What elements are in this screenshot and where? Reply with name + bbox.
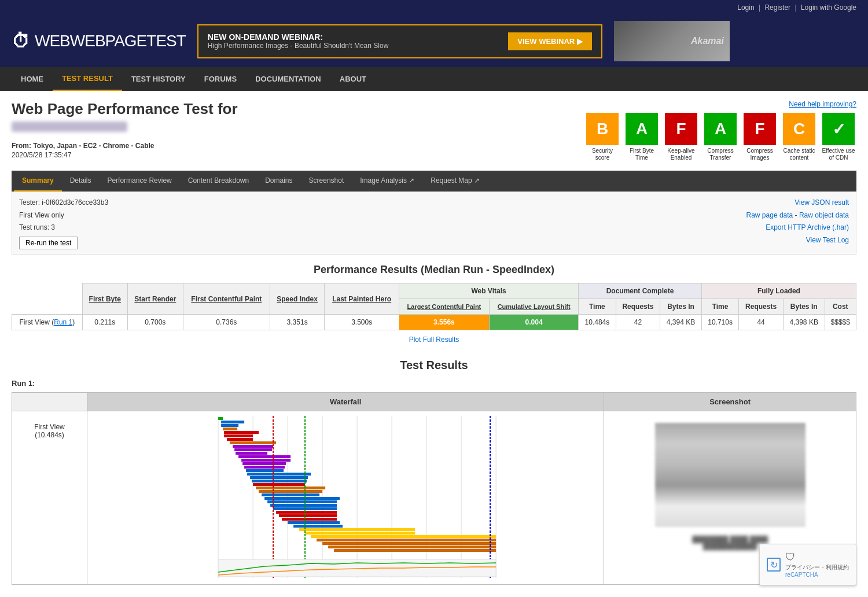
subnav-screenshot[interactable]: Screenshot [301, 171, 352, 191]
run-link[interactable]: Run 1 [54, 318, 72, 326]
col-cls-header: Cumulative Layout Shift [490, 299, 579, 315]
svg-rect-44 [317, 539, 496, 541]
score-label-first-byte: First Byte Time [624, 148, 660, 161]
sep1: | [759, 3, 760, 12]
subnav-content-breakdown[interactable]: Content Breakdown [180, 171, 257, 191]
row-label: First View (Run 1) [12, 315, 83, 330]
login-link[interactable]: Login [737, 3, 754, 12]
col-doc-time-header: Time [579, 299, 616, 315]
raw-object-link[interactable]: Raw object data [799, 211, 849, 219]
header-area: ⏱ WEBWEBPAGETEST NEW ON-DEMAND WEBINAR: … [0, 15, 868, 67]
col-lcp-header: Largest Contentful Paint [399, 299, 489, 315]
test-location: From: Tokyo, Japan - EC2 - Chrome - Cabl… [12, 142, 238, 150]
subnav-details[interactable]: Details [62, 171, 100, 191]
nav-forums[interactable]: FORUMS [195, 68, 246, 90]
svg-rect-46 [328, 546, 496, 548]
svg-rect-31 [262, 493, 319, 496]
performance-results-section: Performance Results (Median Run - SpeedI… [12, 255, 856, 353]
svg-rect-24 [246, 469, 284, 472]
logo-icon: ⏱ [12, 31, 30, 52]
cell-cls: 0.004 [490, 315, 579, 330]
subnav-request-map[interactable]: Request Map ↗ [422, 171, 488, 191]
col-doc-bytes-header: Bytes In [660, 299, 702, 315]
view-log-link[interactable]: View Test Log [806, 236, 849, 244]
svg-rect-11 [221, 424, 238, 427]
svg-rect-43 [311, 535, 496, 538]
svg-rect-47 [334, 549, 496, 552]
subnav-summary[interactable]: Summary [14, 171, 62, 191]
nav-test-result[interactable]: TEST RESULT [53, 67, 122, 91]
svg-rect-28 [253, 483, 305, 486]
nav-documentation[interactable]: DOCUMENTATION [246, 68, 330, 90]
test-url [12, 121, 127, 132]
subnav-domains[interactable]: Domains [257, 171, 300, 191]
score-first-byte: A First Byte Time [624, 113, 660, 161]
score-letter-cache: C [783, 113, 815, 145]
test-runs: Test runs: 3 [19, 222, 108, 234]
score-label-cache: Cache static content [781, 148, 817, 161]
svg-rect-40 [293, 525, 343, 528]
sub-nav: Summary Details Performance Review Conte… [12, 171, 856, 191]
col-doc-requests-header: Requests [616, 299, 660, 315]
banner-text: NEW ON-DEMAND WEBINAR: High Performance … [208, 32, 388, 50]
logo-text: WEBWEBPAGETEST [35, 32, 186, 50]
svg-rect-51 [218, 559, 496, 577]
page-title: Web Page Performance Test for [12, 100, 238, 118]
nav-test-history[interactable]: TEST HISTORY [122, 68, 195, 90]
cell-fl-requests: 44 [739, 315, 784, 330]
cell-speed-index: 3.351s [270, 315, 325, 330]
col-empty [12, 283, 83, 315]
tester-id: Tester: i-0f602d3c76cce33b3 [19, 197, 108, 209]
svg-rect-19 [236, 452, 267, 455]
plot-results-link[interactable]: Plot Full Results [409, 336, 459, 344]
svg-rect-10 [221, 421, 244, 423]
cell-doc-requests: 42 [616, 315, 660, 330]
subnav-performance-review[interactable]: Performance Review [99, 171, 179, 191]
waterfall-header: Waterfall [87, 393, 604, 411]
svg-rect-26 [250, 476, 308, 479]
sep2: | [795, 3, 796, 12]
subnav-image-analysis[interactable]: Image Analysis ↗ [352, 171, 422, 191]
score-letter-compress-images: F [744, 113, 776, 145]
svg-rect-36 [276, 511, 337, 514]
svg-rect-29 [256, 487, 325, 489]
nav-home[interactable]: HOME [12, 68, 53, 90]
svg-rect-22 [242, 462, 286, 465]
svg-rect-32 [264, 497, 340, 500]
col-fcp-header: First Contentful Paint [183, 283, 270, 315]
svg-rect-41 [299, 528, 415, 531]
export-http-link[interactable]: Export HTTP Archive (.har) [766, 223, 849, 231]
logo: ⏱ WEBWEBPAGETEST [12, 31, 186, 52]
col-lph-header: Last Painted Hero [325, 283, 399, 315]
web-vitals-header: Web Vitals [399, 283, 578, 299]
view-json-link[interactable]: View JSON result [795, 198, 849, 207]
banner-tag: NEW ON-DEMAND WEBINAR: [208, 32, 388, 42]
score-label-keep-alive: Keep-alive Enabled [663, 148, 699, 161]
run-label: Run 1: [12, 379, 856, 388]
score-compress-transfer: A Compress Transfer [703, 113, 738, 161]
first-view-waterfall-row: First View (10.484s) [12, 411, 856, 585]
rerun-button[interactable]: Re-run the test [19, 237, 78, 249]
info-left: Tester: i-0f602d3c76cce33b3 First View o… [19, 197, 108, 249]
score-label-security: Security score [584, 148, 620, 161]
login-google-link[interactable]: Login with Google [801, 3, 856, 12]
score-letter-security: B [586, 113, 619, 145]
col-cost-header: Cost [825, 299, 856, 315]
main-content: Web Page Performance Test for From: Toky… [0, 91, 868, 597]
svg-rect-13 [224, 431, 259, 434]
nav-about[interactable]: ABOUT [330, 68, 376, 90]
score-section: Web Page Performance Test for From: Toky… [12, 100, 856, 161]
akamai-brand: Akamai [691, 36, 724, 46]
banner-cta-button[interactable]: VIEW WEBINAR ▶ [508, 32, 592, 50]
svg-rect-20 [238, 455, 290, 458]
need-help-link[interactable]: Need help improving? [584, 100, 856, 108]
fully-loaded-header: Fully Loaded [701, 283, 856, 299]
row-label-cell: First View (10.484s) [12, 411, 87, 585]
scores-area: Need help improving? B Security score A … [584, 100, 856, 161]
recaptcha-checkbox[interactable]: ↻ [767, 558, 781, 572]
raw-page-link[interactable]: Raw page data [746, 211, 793, 219]
cell-start-render: 0.700s [127, 315, 183, 330]
svg-rect-42 [305, 532, 415, 535]
register-link[interactable]: Register [764, 3, 790, 12]
plot-results-link-container: Plot Full Results [12, 335, 856, 344]
